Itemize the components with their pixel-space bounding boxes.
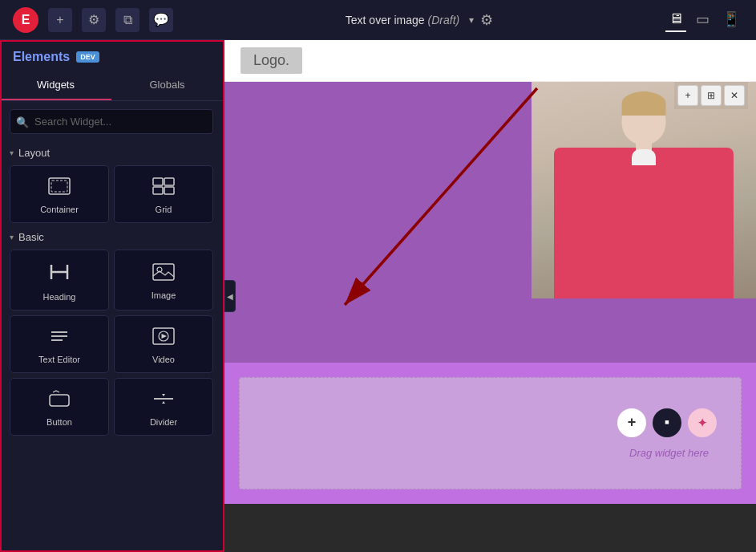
- purple-section: [224, 298, 756, 363]
- drop-zone-label: Drag widget here: [629, 447, 717, 459]
- heading-label: Heading: [43, 292, 76, 302]
- svg-rect-17: [50, 395, 69, 406]
- drop-zone: + ▪ ✦ Drag widget here: [239, 377, 742, 489]
- sidebar: Elements DEV Widgets Globals 🔍 ▾ Layout: [0, 40, 224, 552]
- topbar: E + ⚙ ⧉ 💬 Text over image (Draft) ▾ ⚙ 🖥: [0, 0, 756, 40]
- section-add-button[interactable]: +: [677, 85, 698, 106]
- mobile-icon: 📱: [722, 11, 740, 27]
- dev-badge: DEV: [76, 51, 99, 63]
- heading-icon: [48, 262, 71, 287]
- sidebar-tabs: Widgets Globals: [0, 71, 223, 101]
- logo-placeholder: Logo.: [241, 47, 302, 74]
- device-buttons: 🖥 ▭ 📱: [665, 7, 743, 33]
- drop-magic-button[interactable]: ✦: [688, 408, 717, 437]
- video-icon: [152, 327, 175, 350]
- tab-globals[interactable]: Globals: [111, 71, 223, 100]
- button-icon: [48, 390, 71, 412]
- topbar-center: Text over image (Draft) ▾ ⚙: [346, 11, 493, 29]
- basic-arrow-icon: ▾: [10, 233, 14, 242]
- desktop-button[interactable]: 🖥: [665, 7, 686, 32]
- section-basic-label: ▾ Basic: [0, 226, 223, 246]
- tablet-icon: ▭: [696, 11, 710, 27]
- sidebar-header: Elements DEV: [0, 40, 223, 64]
- comments-icon: 💬: [153, 12, 169, 27]
- page-title: Text over image (Draft): [346, 14, 459, 26]
- search-box: 🔍: [10, 109, 213, 134]
- settings-button[interactable]: ⚙: [480, 11, 493, 29]
- add-button[interactable]: +: [48, 8, 72, 32]
- layout-widgets: Container Grid: [0, 162, 223, 226]
- filters-icon: ⚙: [88, 12, 99, 27]
- divider-icon: [152, 390, 175, 412]
- video-label: Video: [152, 355, 175, 364]
- widget-button[interactable]: Button: [10, 378, 109, 436]
- sidebar-title: Elements: [13, 50, 70, 64]
- svg-rect-3: [164, 178, 174, 185]
- divider-label: Divider: [150, 417, 177, 427]
- drop-folder-button[interactable]: ▪: [653, 408, 681, 437]
- svg-rect-2: [153, 178, 163, 185]
- image-label: Image: [152, 290, 176, 300]
- topbar-left: E + ⚙ ⧉ 💬: [13, 7, 173, 33]
- widget-divider[interactable]: Divider: [114, 378, 213, 436]
- topbar-right: 🖥 ▭ 📱: [665, 7, 743, 33]
- drop-zone-buttons: + ▪ ✦: [617, 408, 717, 437]
- chevron-down-icon: ▾: [469, 14, 474, 26]
- svg-rect-1: [51, 181, 67, 192]
- widget-image[interactable]: Image: [114, 250, 213, 310]
- section-close-button[interactable]: ✕: [724, 85, 745, 106]
- svg-rect-5: [164, 187, 174, 194]
- image-icon: [152, 263, 175, 286]
- widget-grid[interactable]: Grid: [114, 165, 213, 223]
- section-move-button[interactable]: ⊞: [701, 85, 722, 106]
- hero-right: [532, 82, 756, 298]
- tablet-button[interactable]: ▭: [693, 7, 713, 33]
- widget-heading[interactable]: Heading: [10, 250, 109, 310]
- desktop-icon: 🖥: [669, 10, 683, 26]
- grid-icon: [152, 177, 175, 200]
- layers-icon: ⧉: [123, 13, 132, 27]
- button-label: Button: [46, 417, 72, 427]
- canvas: Logo. + ⊞ ✕: [224, 40, 756, 552]
- container-icon: [48, 177, 71, 200]
- container-label: Container: [40, 205, 79, 214]
- toggle-icon: ◀: [227, 292, 233, 301]
- svg-rect-9: [153, 264, 174, 280]
- hero-left: [224, 82, 532, 298]
- svg-marker-20: [162, 401, 165, 404]
- section-layout-label: ▾ Layout: [0, 142, 223, 162]
- hero-section: [224, 82, 756, 298]
- widget-text-editor[interactable]: Text Editor: [10, 315, 109, 373]
- drop-add-button[interactable]: +: [617, 408, 646, 437]
- search-input[interactable]: [10, 109, 213, 134]
- basic-widgets: Heading Image: [0, 246, 223, 439]
- section-overlay: + ⊞ ✕: [674, 82, 748, 109]
- text-editor-label: Text Editor: [38, 355, 80, 364]
- drop-area: + ▪ ✦ Drag widget here: [224, 363, 756, 504]
- main-layout: Elements DEV Widgets Globals 🔍 ▾ Layout: [0, 40, 756, 552]
- comments-button[interactable]: 💬: [149, 8, 173, 32]
- grid-label: Grid: [156, 205, 172, 214]
- sidebar-content: ▾ Layout Container: [0, 142, 223, 552]
- tab-widgets[interactable]: Widgets: [0, 71, 111, 100]
- search-icon: 🔍: [16, 116, 29, 128]
- logo-bar: Logo.: [224, 40, 756, 82]
- svg-rect-4: [153, 187, 163, 194]
- arrow-icon: ▾: [10, 148, 14, 157]
- widget-video[interactable]: Video: [114, 315, 213, 373]
- widget-container[interactable]: Container: [10, 165, 109, 223]
- gear-icon: ⚙: [480, 11, 493, 29]
- toggle-sidebar-button[interactable]: ◀: [224, 280, 236, 312]
- mobile-button[interactable]: 📱: [719, 7, 743, 33]
- text-editor-icon: [48, 327, 71, 350]
- svg-marker-19: [162, 394, 165, 396]
- filters-button[interactable]: ⚙: [82, 8, 106, 32]
- draft-label: (Draft): [428, 14, 460, 26]
- svg-marker-16: [162, 334, 168, 339]
- layers-button[interactable]: ⧉: [115, 8, 139, 32]
- elementor-logo[interactable]: E: [13, 7, 38, 33]
